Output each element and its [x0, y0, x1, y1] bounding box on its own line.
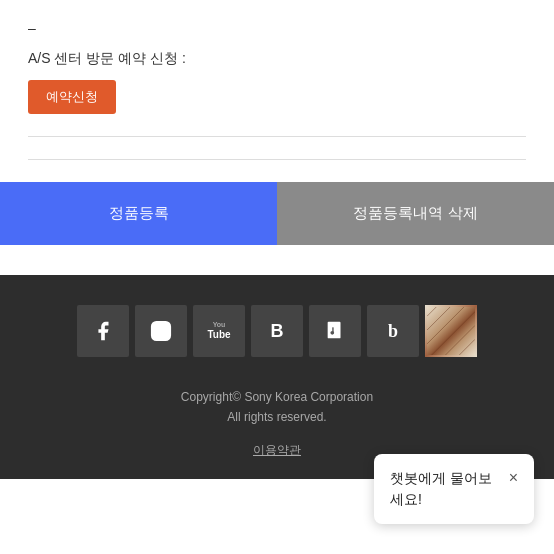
- chatbot-popup: 챗봇에게 물어보 세요! ×: [374, 454, 534, 524]
- youtube-label: You Tube: [207, 321, 230, 341]
- sony-brand-icon: [425, 305, 477, 357]
- footer: You Tube B b: [0, 275, 554, 479]
- as-label: A/S 센터 방문 예약 신청 :: [28, 50, 526, 68]
- svg-rect-5: [332, 327, 333, 333]
- social-icons-row: You Tube B b: [0, 305, 554, 357]
- copyright-line2: All rights reserved.: [0, 407, 554, 427]
- reservation-button[interactable]: 예약신청: [28, 80, 116, 114]
- svg-point-2: [165, 325, 167, 327]
- product-buttons-row: 정품등록 정품등록내역 삭제: [0, 182, 554, 245]
- facebook-icon: [92, 320, 114, 342]
- divider-2: [28, 159, 526, 160]
- svg-rect-3: [328, 322, 341, 339]
- chatbot-line1: 챗봇에게 물어보: [390, 470, 492, 486]
- svg-point-1: [157, 327, 164, 334]
- sony-brand-icon-box[interactable]: [425, 305, 477, 357]
- facebook-icon-box[interactable]: [77, 305, 129, 357]
- footer-copyright: Copyright© Sony Korea Corporation All ri…: [0, 387, 554, 428]
- terms-link[interactable]: 이용약관: [253, 443, 301, 457]
- naver-blog-icon: B: [271, 321, 284, 342]
- product-register-button[interactable]: 정품등록: [0, 182, 277, 245]
- note-icon-box[interactable]: [309, 305, 361, 357]
- instagram-icon: [150, 320, 172, 342]
- youtube-icon-box[interactable]: You Tube: [193, 305, 245, 357]
- chatbot-text: 챗봇에게 물어보 세요!: [390, 468, 492, 510]
- product-delete-button[interactable]: 정품등록내역 삭제: [277, 182, 554, 245]
- naver-blog-icon-box[interactable]: B: [251, 305, 303, 357]
- band-icon-box[interactable]: b: [367, 305, 419, 357]
- chatbot-close-button[interactable]: ×: [509, 470, 518, 486]
- instagram-icon-box[interactable]: [135, 305, 187, 357]
- svg-rect-6: [427, 307, 475, 355]
- top-section: – A/S 센터 방문 예약 신청 : 예약신청: [0, 0, 554, 160]
- chatbot-header: 챗봇에게 물어보 세요! ×: [390, 468, 518, 510]
- chatbot-line2: 세요!: [390, 491, 422, 507]
- divider-1: [28, 136, 526, 137]
- dash-line: –: [28, 20, 526, 36]
- note-icon: [324, 320, 346, 342]
- copyright-line1: Copyright© Sony Korea Corporation: [0, 387, 554, 407]
- band-icon: b: [388, 321, 398, 342]
